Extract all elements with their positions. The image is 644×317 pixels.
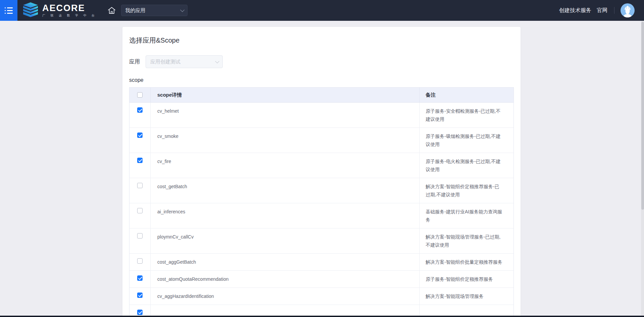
- table-row: cv_helmet 原子服务-安全帽检测服务-已过期,不建议使用: [129, 103, 514, 128]
- user-helmet-avatar-icon: [621, 4, 635, 17]
- table-row: cost_atomQuotaRecommendation 原子服务-智能组价定额…: [129, 271, 514, 288]
- logo-brand-text: AECORE: [42, 4, 97, 13]
- row-checkbox[interactable]: [137, 183, 143, 188]
- scope-remark: 解决方案-智能组价批量定额推荐服务: [420, 254, 514, 270]
- scope-name: cost_aggGetBatch: [151, 254, 420, 270]
- row-checkbox[interactable]: [137, 133, 143, 138]
- navbar-right-group: 创建技术服务 官网: [559, 3, 644, 17]
- select-all-checkbox[interactable]: [137, 92, 143, 98]
- vertical-scrollbar-thumb[interactable]: [641, 22, 644, 210]
- main-menu-button[interactable]: [0, 0, 17, 21]
- row-checkbox[interactable]: [137, 293, 143, 298]
- table-row: cv_fire 原子服务-电火检测服务-已过期,不建议使用: [129, 153, 514, 178]
- brand-logo: AECORE 广 联 达 数 字 中 台: [22, 2, 97, 19]
- home-icon: [108, 6, 116, 14]
- header-scope-detail: scope详情: [151, 88, 420, 102]
- scope-remark: 原子服务-智能组价定额推荐服务: [420, 271, 514, 287]
- scope-table-body: cv_helmet 原子服务-安全帽检测服务-已过期,不建议使用 cv_smok…: [129, 103, 514, 317]
- scope-remark: 解决方案-智能组价定额推荐服务-已过期,不建议使用: [420, 178, 514, 203]
- scope-remark: 原子服务-电火检测服务-已过期,不建议使用: [420, 153, 514, 178]
- app-switcher-select[interactable]: 我的应用: [121, 5, 187, 16]
- home-button[interactable]: [108, 6, 116, 14]
- scope-remark: 解决方案-智能现场管理服务-已过期,不建议使用: [420, 228, 514, 253]
- scope-name: [151, 305, 420, 317]
- logo-subtitle-text: 广 联 达 数 字 中 台: [42, 14, 97, 17]
- row-checkbox[interactable]: [137, 233, 143, 239]
- table-row: cv_aggHazardIdentification 解决方案-智能现场管理服务: [129, 288, 514, 305]
- logo-cube-icon: [22, 2, 39, 19]
- chevron-down-icon: [215, 59, 219, 63]
- list-icon: [5, 7, 13, 14]
- scope-name: ploymnCv_callCv: [151, 228, 420, 253]
- row-checkbox[interactable]: [137, 208, 143, 213]
- scope-name: cost_atomQuotaRecommendation: [151, 271, 420, 287]
- table-row: [129, 305, 514, 317]
- table-row: ai_inferences 基础服务-建筑行业AI服务能力查询服务: [129, 203, 514, 228]
- app-select-value: 应用创建测试: [150, 59, 215, 65]
- table-row: cost_getBatch 解决方案-智能组价定额推荐服务-已过期,不建议使用: [129, 178, 514, 203]
- scope-remark: 基础服务-建筑行业AI服务能力查询服务: [420, 203, 514, 228]
- vertical-divider: [614, 7, 614, 14]
- scope-remark: 解决方案-智能现场管理服务: [420, 288, 514, 305]
- table-row: ploymnCv_callCv 解决方案-智能现场管理服务-已过期,不建议使用: [129, 228, 514, 254]
- scope-name: cv_fire: [151, 153, 420, 178]
- scope-section-label: scope: [129, 77, 514, 83]
- row-checkbox[interactable]: [137, 158, 143, 163]
- chevron-down-icon: [180, 8, 184, 12]
- header-remark: 备注: [420, 88, 514, 102]
- select-app-scope-panel: 选择应用&Scope 应用 应用创建测试 scope scope详情 备注 cv…: [122, 27, 521, 317]
- window-bottom-edge: [0, 316, 644, 317]
- app-select-disabled[interactable]: 应用创建测试: [146, 55, 223, 68]
- scope-table-header: scope详情 备注: [129, 88, 514, 103]
- vertical-scrollbar-track[interactable]: [641, 21, 644, 317]
- row-checkbox[interactable]: [137, 310, 143, 315]
- top-navbar: AECORE 广 联 达 数 字 中 台 我的应用 创建技术服务 官网: [0, 0, 644, 21]
- row-checkbox[interactable]: [137, 258, 143, 264]
- row-checkbox[interactable]: [137, 275, 143, 281]
- app-field-row: 应用 应用创建测试: [129, 55, 514, 68]
- scope-name: ai_inferences: [151, 203, 420, 228]
- official-site-link[interactable]: 官网: [597, 7, 607, 14]
- app-field-label: 应用: [129, 58, 140, 65]
- table-row: cv_smoke 原子服务-吸烟检测服务-已过期,不建议使用: [129, 128, 514, 153]
- scope-name: cv_smoke: [151, 128, 420, 153]
- scope-remark: 原子服务-安全帽检测服务-已过期,不建议使用: [420, 103, 514, 127]
- scope-table: scope详情 备注 cv_helmet 原子服务-安全帽检测服务-已过期,不建…: [129, 87, 514, 317]
- app-switcher-value: 我的应用: [125, 7, 180, 14]
- row-checkbox[interactable]: [137, 107, 143, 113]
- panel-title: 选择应用&Scope: [129, 27, 514, 45]
- scope-name: cv_aggHazardIdentification: [151, 288, 420, 305]
- create-tech-service-link[interactable]: 创建技术服务: [559, 7, 591, 14]
- scope-remark: [420, 305, 514, 317]
- table-row: cost_aggGetBatch 解决方案-智能组价批量定额推荐服务: [129, 254, 514, 271]
- scope-name: cost_getBatch: [151, 178, 420, 203]
- scope-remark: 原子服务-吸烟检测服务-已过期,不建议使用: [420, 128, 514, 153]
- user-avatar[interactable]: [621, 3, 635, 17]
- scope-name: cv_helmet: [151, 103, 420, 127]
